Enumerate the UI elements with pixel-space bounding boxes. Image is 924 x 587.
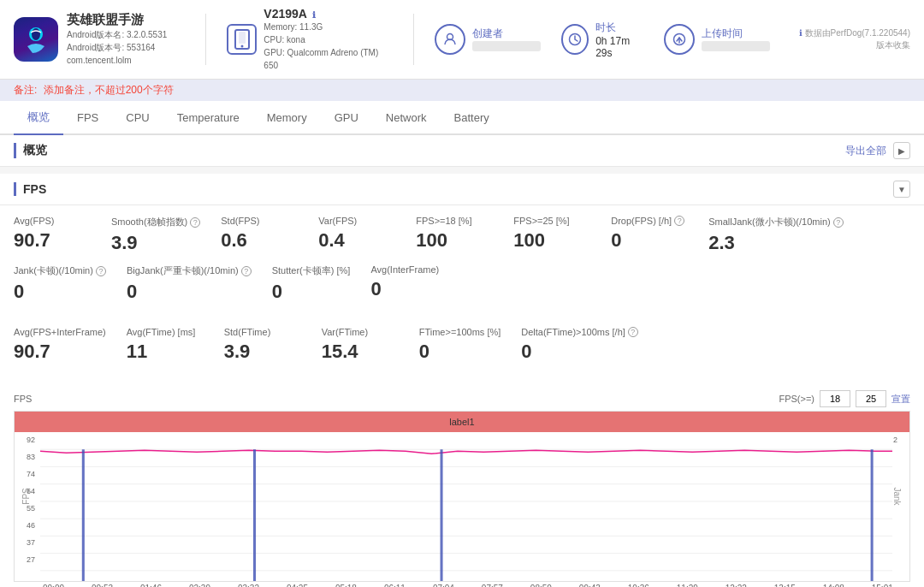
smooth-info-icon[interactable]: ? [190, 217, 200, 228]
stat-std-ftime: Std(FTime) 3.9 [224, 327, 301, 363]
stat-avg-fps-inter: Avg(FPS+InterFrame) 90.7 [14, 327, 106, 363]
device-gpu: GPU: Qualcomm Adreno (TM) 650 [264, 46, 392, 72]
svg-point-4 [240, 45, 243, 48]
fps-threshold: FPS(>=) 宣置 [779, 390, 910, 407]
y-tick-27: 27 [27, 555, 35, 564]
stat-ftime-100ms-label: FTime>=100ms [%] [419, 327, 501, 337]
stat-small-jank-label: SmallJank(微小卡顿)(/10min) ? [708, 216, 843, 228]
upload-meta: 上传时间 [664, 24, 770, 55]
jank-info-icon[interactable]: ? [96, 266, 106, 276]
threshold-label: FPS(>=) [779, 394, 814, 404]
stat-delta-ftime: Delta(FTime)>100ms [/h] ? 0 [521, 327, 638, 363]
perf-version: ℹ 数据由PerfDog(7.1.220544)版本收集 [791, 27, 910, 51]
collapse-button[interactable]: ▶ [893, 142, 910, 159]
stat-drop-fps: Drop(FPS) [/h] ? 0 [611, 216, 688, 254]
svg-rect-18 [441, 449, 443, 581]
x-tick-12: 10:36 [628, 584, 649, 587]
stat-jank: Jank(卡顿)(/10min) ? 0 [14, 264, 106, 303]
overview-title: 概览 [14, 143, 47, 158]
nav-item-temperature[interactable]: Temperature [163, 103, 253, 134]
y-tick-55: 55 [27, 504, 35, 513]
device-text: V2199A ℹ Memory: 11.3G CPU: kona GPU: Qu… [264, 7, 392, 72]
x-tick-1: 00:53 [92, 584, 113, 587]
stat-stutter-label: Stutter(卡顿率) [%] [272, 264, 351, 277]
fps-chart-area[interactable]: label1 FPS Jank 92 83 74 64 55 46 37 27 … [14, 411, 910, 582]
app-android: Android版本号: 553164 [67, 41, 167, 54]
svg-point-1 [32, 28, 40, 40]
export-button[interactable]: 导出全部 [845, 144, 886, 158]
device-name: V2199A ℹ [264, 7, 392, 21]
stat-avg-interframe-value: 0 [370, 278, 447, 300]
app-info: 英雄联盟手游 Android版本名: 3.2.0.5531 Android版本号… [14, 12, 185, 67]
app-text: 英雄联盟手游 Android版本名: 3.2.0.5531 Android版本号… [67, 12, 167, 67]
notice-hint: 添加备注，不超过200个字符 [44, 84, 174, 96]
fps-collapse-button[interactable]: ▼ [893, 181, 910, 198]
x-tick-14: 12:22 [726, 584, 747, 587]
stat-std-ftime-label: Std(FTime) [224, 327, 301, 337]
svg-rect-19 [871, 449, 874, 581]
fps-stats-row1: Avg(FPS) 90.7 Smooth(稳帧指数) ? 3.9 Std(FPS… [0, 205, 924, 323]
stat-var-fps: Var(FPS) 0.4 [318, 216, 395, 254]
fps-title: FPS [14, 182, 46, 196]
creator-icon [435, 24, 465, 55]
stat-std-fps-label: Std(FPS) [221, 216, 298, 226]
nav-item-cpu[interactable]: CPU [112, 103, 163, 134]
stat-avg-interframe-label: Avg(InterFrame) [370, 264, 447, 275]
nav-item-overview[interactable]: 概览 [14, 101, 63, 135]
app-version: Android版本名: 3.2.0.5531 [67, 28, 167, 41]
device-cpu: CPU: kona [264, 33, 392, 46]
delta-info-icon[interactable]: ? [628, 327, 638, 337]
stat-fps-25: FPS>=25 [%] 100 [513, 216, 590, 254]
stat-avg-ftime-label: Avg(FTime) [ms] [127, 327, 204, 337]
device-info-icon: ℹ [312, 10, 316, 20]
chart-header: FPS FPS(>=) 宣置 [14, 390, 910, 407]
stat-big-jank-value: 0 [127, 281, 252, 303]
app-name: 英雄联盟手游 [67, 12, 167, 28]
nav-item-gpu[interactable]: GPU [321, 103, 372, 134]
stat-jank-value: 0 [14, 281, 106, 303]
x-tick-5: 04:25 [287, 584, 308, 587]
drop-info-icon[interactable]: ? [674, 216, 684, 226]
duration-value: 0h 17m 29s [595, 35, 643, 59]
small-jank-info-icon[interactable]: ? [833, 217, 844, 228]
app-icon [14, 17, 58, 62]
view-button[interactable]: 宣置 [891, 393, 910, 406]
x-tick-3: 02:39 [189, 584, 210, 587]
chart-x-axis: 00:00 00:53 01:46 02:39 03:32 04:25 05:1… [14, 582, 910, 587]
nav-item-memory[interactable]: Memory [253, 103, 321, 134]
stat-avg-fps: Avg(FPS) 90.7 [14, 216, 91, 254]
device-info: V2199A ℹ Memory: 11.3G CPU: kona GPU: Qu… [227, 7, 393, 72]
big-jank-info-icon[interactable]: ? [241, 266, 252, 276]
header: 英雄联盟手游 Android版本名: 3.2.0.5531 Android版本号… [0, 0, 924, 80]
fps-stats-row2: Avg(FPS+InterFrame) 90.7 Avg(FTime) [ms]… [0, 323, 924, 383]
stat-delta-ftime-value: 0 [521, 341, 638, 363]
x-tick-9: 07:57 [482, 584, 503, 587]
fps-section-header: FPS ▼ [0, 174, 924, 205]
stat-avg-fps-inter-label: Avg(FPS+InterFrame) [14, 327, 106, 337]
stat-smooth: Smooth(稳帧指数) ? 3.9 [111, 216, 200, 254]
stat-var-fps-label: Var(FPS) [318, 216, 395, 226]
x-tick-17: 15:01 [872, 584, 893, 587]
nav-item-fps[interactable]: FPS [63, 103, 112, 134]
stat-fps-18-value: 100 [416, 229, 493, 252]
x-tick-0: 00:00 [43, 584, 64, 587]
nav-item-network[interactable]: Network [372, 103, 441, 134]
y-tick-83: 83 [27, 453, 35, 461]
stat-std-fps: Std(FPS) 0.6 [221, 216, 298, 254]
y-tick-64: 64 [27, 487, 35, 495]
x-tick-16: 14:08 [823, 584, 844, 587]
chart-band: label1 [15, 412, 909, 432]
stat-std-fps-value: 0.6 [221, 229, 298, 252]
stat-ftime-100ms-value: 0 [419, 341, 501, 363]
fps-chart-svg [40, 432, 892, 581]
y-tick-92: 92 [27, 436, 35, 444]
nav-item-battery[interactable]: Battery [441, 103, 503, 134]
threshold-input-18[interactable] [820, 390, 850, 407]
threshold-input-25[interactable] [856, 390, 886, 407]
stat-big-jank: BigJank(严重卡顿)(/10min) ? 0 [127, 264, 252, 303]
notice-bar: 备注: 添加备注，不超过200个字符 [0, 80, 924, 101]
nav-bar: 概览 FPS CPU Temperature Memory GPU Networ… [0, 101, 924, 135]
svg-rect-17 [253, 449, 256, 581]
stat-jank-label: Jank(卡顿)(/10min) ? [14, 264, 106, 277]
x-tick-8: 07:04 [433, 584, 454, 587]
